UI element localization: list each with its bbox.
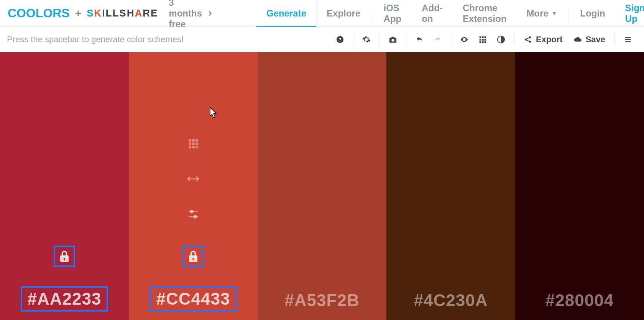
color-swatch[interactable]: #280004 <box>515 52 644 320</box>
redo-button[interactable] <box>429 30 447 49</box>
svg-rect-2 <box>480 36 481 38</box>
toolbar-right: ? Export <box>331 30 637 49</box>
settings-button[interactable] <box>357 30 376 49</box>
svg-rect-8 <box>480 41 481 43</box>
hex-code[interactable]: #4C230A <box>409 289 493 312</box>
nav-more-label: More <box>527 8 549 19</box>
menu-button[interactable] <box>619 30 637 49</box>
svg-rect-24 <box>189 146 191 148</box>
nav-separator <box>372 6 372 21</box>
skillshare-logo[interactable]: SKILLSHARE <box>87 7 158 19</box>
hamburger-icon <box>624 35 632 44</box>
camera-button[interactable] <box>384 30 402 49</box>
color-swatch[interactable]: #AA2233 <box>0 52 129 320</box>
generator-toolbar: Press the spacebar to generate color sch… <box>0 27 644 52</box>
undo-icon <box>415 35 424 44</box>
export-button[interactable]: Export <box>518 35 568 45</box>
color-swatch[interactable]: #4C230A <box>386 52 515 320</box>
svg-rect-22 <box>192 143 195 145</box>
swatch-tools <box>186 137 200 221</box>
nav-signup[interactable]: Sign Up <box>615 0 644 26</box>
save-button[interactable]: Save <box>568 35 611 45</box>
nav-explore[interactable]: Explore <box>317 0 370 26</box>
svg-rect-6 <box>482 39 484 41</box>
undo-button[interactable] <box>410 30 429 49</box>
svg-rect-10 <box>485 41 486 43</box>
promo-text: 3 months free <box>169 0 202 30</box>
caret-down-icon: ▼ <box>552 10 557 16</box>
nav-chrome[interactable]: Chrome Extension <box>453 0 517 26</box>
hex-code[interactable]: #280004 <box>540 289 619 312</box>
svg-rect-5 <box>480 39 481 41</box>
toolbar-separator <box>514 33 514 46</box>
svg-point-29 <box>191 210 193 213</box>
eye-icon <box>460 35 468 44</box>
grid-icon <box>187 138 199 149</box>
shades-button[interactable] <box>186 137 200 150</box>
camera-icon <box>389 35 397 44</box>
contrast-icon <box>497 35 505 44</box>
promo-link[interactable]: 3 months free <box>169 0 214 30</box>
palette: #AA2233 #CC4433#A53F2B#4C230A#280004 <box>0 52 644 320</box>
svg-rect-18 <box>189 139 191 142</box>
nav-generate[interactable]: Generate <box>256 0 317 26</box>
toolbar-separator <box>451 33 451 46</box>
svg-rect-23 <box>196 143 198 145</box>
save-label: Save <box>586 35 605 45</box>
hex-code[interactable]: #A53F2B <box>279 289 365 312</box>
svg-text:?: ? <box>338 36 342 42</box>
svg-point-13 <box>529 36 531 38</box>
cloud-icon <box>573 35 582 44</box>
nav-more[interactable]: More ▼ <box>517 0 567 26</box>
gear-icon <box>362 35 371 44</box>
nav-login[interactable]: Login <box>570 0 615 26</box>
nav-center: Generate Explore <box>256 0 370 26</box>
lock-button[interactable] <box>182 246 204 267</box>
nav-addon[interactable]: Add-on <box>412 0 453 26</box>
lock-icon <box>59 250 70 263</box>
grid-button[interactable] <box>473 30 492 49</box>
help-icon: ? <box>336 35 344 44</box>
svg-point-14 <box>529 40 531 43</box>
svg-rect-26 <box>196 146 198 148</box>
svg-point-12 <box>525 38 527 41</box>
chevron-right-icon <box>206 9 214 18</box>
arrows-horizontal-icon <box>186 174 200 183</box>
drag-button[interactable] <box>186 172 200 186</box>
spacebar-hint: Press the spacebar to generate color sch… <box>7 35 184 45</box>
svg-rect-19 <box>192 139 195 142</box>
color-swatch[interactable]: #CC4433 <box>129 52 258 320</box>
view-button[interactable] <box>455 30 473 49</box>
toolbar-separator <box>406 33 406 46</box>
hex-code[interactable]: #CC4433 <box>150 286 237 312</box>
nav-ios[interactable]: iOS App <box>374 0 412 26</box>
toolbar-separator <box>614 33 615 46</box>
logo[interactable]: COOLORS <box>8 6 70 20</box>
svg-point-31 <box>194 215 197 218</box>
toolbar-separator <box>380 33 380 46</box>
grid-icon <box>478 35 487 44</box>
svg-rect-9 <box>482 41 484 43</box>
svg-rect-3 <box>482 36 484 38</box>
svg-rect-7 <box>485 39 486 41</box>
top-navbar: COOLORS + SKILLSHARE 3 months free Gener… <box>0 0 644 27</box>
help-button[interactable]: ? <box>331 30 349 49</box>
svg-rect-4 <box>485 36 486 38</box>
svg-rect-20 <box>196 139 198 142</box>
svg-rect-25 <box>192 146 195 148</box>
lock-button[interactable] <box>54 246 75 267</box>
toolbar-separator <box>353 33 353 46</box>
hex-code[interactable]: #AA2233 <box>21 286 108 312</box>
brand-group: COOLORS + SKILLSHARE 3 months free <box>8 0 214 30</box>
share-icon <box>524 35 532 44</box>
nav-right: iOS App Add-on Chrome Extension More ▼ L… <box>370 0 644 26</box>
sliders-icon <box>187 208 199 220</box>
adjust-button[interactable] <box>186 207 200 221</box>
svg-rect-21 <box>189 143 191 145</box>
color-swatch[interactable]: #A53F2B <box>258 52 386 320</box>
redo-icon <box>434 35 442 44</box>
contrast-button[interactable] <box>492 30 510 49</box>
nav-separator <box>568 6 569 21</box>
lock-icon <box>187 250 199 263</box>
plus-icon: + <box>75 7 81 20</box>
